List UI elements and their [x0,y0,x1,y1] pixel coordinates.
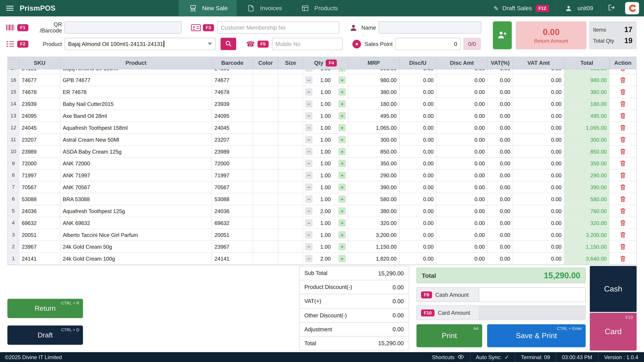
qty-decrease-button[interactable]: − [305,88,312,95]
qty-decrease-button[interactable]: − [305,219,312,227]
qty-increase-button[interactable]: + [338,112,346,119]
tab-invoices[interactable]: Invoices [236,0,291,16]
qty-increase-button[interactable]: + [338,207,346,215]
delete-row-button[interactable] [619,147,627,156]
product-select[interactable]: Bajaj Almond Oil 100ml1-24131-24131 [64,38,216,50]
cell-size [278,74,303,86]
qty-decrease-button[interactable]: − [305,255,312,262]
delete-row-button[interactable] [619,123,627,132]
delete-row-button[interactable] [619,159,627,167]
qty-decrease-button[interactable]: − [305,195,312,203]
delete-row-button[interactable] [619,135,627,144]
membership-input[interactable] [217,21,339,34]
cell-qty: − 1.00 + [303,110,348,121]
qty-increase-button[interactable]: + [338,76,346,84]
qty-decrease-button[interactable]: − [305,69,312,72]
delete-row-button[interactable] [619,231,627,239]
cell-sku: 53088 [19,193,60,205]
delete-row-button[interactable] [619,88,627,96]
cell-vat-pct: 0.00 [488,169,513,181]
qty-increase-button[interactable]: + [338,100,346,107]
qty-decrease-button[interactable]: − [305,207,312,215]
cell-sku: 24045 [19,122,60,133]
card-amount-input[interactable] [479,306,585,320]
qty-increase-button[interactable]: + [338,160,346,167]
cash-panel-button[interactable]: Cash [590,266,637,312]
mobile-input[interactable] [272,38,342,50]
cell-barcode: 23207 [212,134,253,145]
qty-increase-button[interactable]: + [338,219,346,227]
search-button[interactable] [220,38,236,50]
card-amount-row: F10 Card Amount [416,305,586,320]
card-panel-button[interactable]: F10 Card [590,313,637,351]
qty-decrease-button[interactable]: − [305,136,312,143]
cell-disc-u: 0.00 [400,110,436,121]
delete-row-button[interactable] [619,69,627,72]
cell-disc-u: 0.00 [400,146,436,157]
menu-icon[interactable] [0,0,20,16]
tab-new-sale[interactable]: New Sale [179,0,236,16]
qty-increase-button[interactable]: + [338,124,346,131]
qty-value: 2.00 [312,208,338,214]
delete-row-button[interactable] [619,171,627,179]
cell-color [253,205,278,217]
table-row: 6 53088 BRA 53088 53088 − 1.00 + 580.00 … [8,193,636,205]
cell-disc-u: 0.00 [400,169,436,181]
delete-row-button[interactable] [619,219,627,227]
cell-sku: 24131 [19,69,60,74]
cell-disc-amt: 0.00 [436,98,488,110]
print-button[interactable]: A4 Print [416,324,482,347]
qty-decrease-button[interactable]: − [305,243,312,250]
tab-products[interactable]: Products [291,0,347,16]
qty-increase-button[interactable]: + [338,255,346,262]
qty-increase-button[interactable]: + [338,195,346,203]
qty-decrease-button[interactable]: − [305,231,312,238]
summary-table: Sub Total 15,290.00 Product Discount(-) … [299,266,409,351]
user-menu[interactable]: unit09 [556,0,600,16]
return-button[interactable]: CTRL + R Return [7,299,83,318]
delete-row-button[interactable] [619,195,627,203]
sales-point-input[interactable] [395,38,461,50]
delete-row-button[interactable] [619,207,627,215]
cell-vat-amt: 0.00 [513,253,564,264]
qty-value: 1.00 [312,113,338,119]
qty-increase-button[interactable]: + [338,172,346,179]
delete-row-button[interactable] [619,100,627,108]
qty-increase-button[interactable]: + [338,183,346,191]
qty-decrease-button[interactable]: − [305,112,312,119]
delete-row-button[interactable] [619,76,627,84]
qty-decrease-button[interactable]: − [305,160,312,167]
qty-decrease-button[interactable]: − [305,100,312,107]
cell-color [253,146,278,157]
qty-decrease-button[interactable]: − [305,148,312,155]
cell-action [610,146,636,157]
cell-barcode: 24131 [212,69,253,74]
draft-sales-button[interactable]: ✎ Draft Sales F12 [487,0,556,16]
qty-decrease-button[interactable]: − [305,183,312,191]
summary-row: Sub Total 15,290.00 [300,266,409,280]
delete-row-button[interactable] [619,243,627,251]
logout-button[interactable] [600,0,622,16]
cell-disc-u: 0.00 [400,253,436,264]
qty-increase-button[interactable]: + [338,243,346,250]
delete-row-button[interactable] [619,183,627,191]
draft-button[interactable]: CTRL + D Draft [7,326,83,345]
row-number: 13 [8,110,19,121]
qty-increase-button[interactable]: + [338,148,346,155]
add-customer-button[interactable] [493,21,512,49]
qty-increase-button[interactable]: + [338,231,346,238]
customer-name-input[interactable] [378,21,481,34]
qty-decrease-button[interactable]: − [305,124,312,131]
qty-decrease-button[interactable]: − [305,172,312,179]
cash-amount-input[interactable] [479,288,585,302]
qr-barcode-input[interactable] [64,21,182,34]
qty-increase-button[interactable]: + [338,136,346,143]
shortcuts-toggle[interactable]: Shortcuts [426,352,470,362]
qty-increase-button[interactable]: + [338,69,346,72]
qty-decrease-button[interactable]: − [305,76,312,84]
qty-increase-button[interactable]: + [338,88,346,95]
delete-row-button[interactable] [619,112,627,120]
save-and-print-button[interactable]: CTRL + Enter Save & Print [487,324,586,347]
delete-row-button[interactable] [619,254,627,263]
product-label: Product [31,41,62,47]
